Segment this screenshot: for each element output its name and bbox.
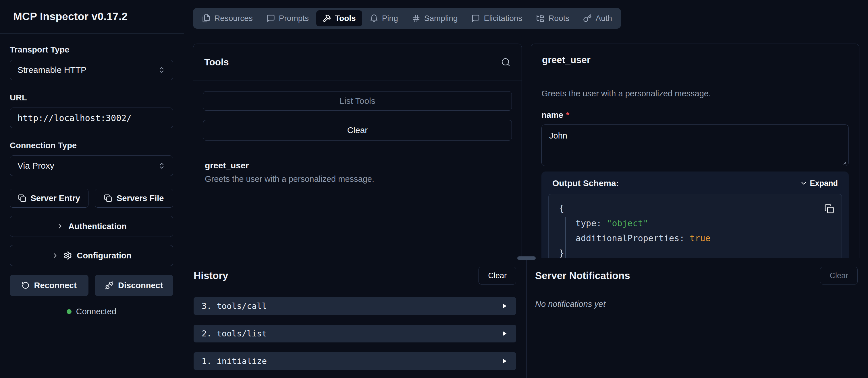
message-square-icon [471, 14, 480, 23]
connection-status: Connected [10, 307, 173, 316]
tab-tools[interactable]: Tools [316, 10, 362, 26]
servers-file-label: Servers File [117, 194, 164, 203]
tools-panel-body: List Tools Clear greet_user Greets the u… [193, 81, 522, 184]
chevrons-up-down-icon [158, 162, 165, 170]
expand-toggle[interactable]: Expand [800, 179, 838, 188]
gear-icon [63, 251, 72, 260]
connection-type-label: Connection Type [10, 141, 173, 150]
reconnect-button[interactable]: Reconnect [10, 275, 89, 296]
bottom-panes: History Clear 3. tools/call 2. tools/lis… [184, 258, 868, 378]
configuration-label: Configuration [77, 251, 131, 261]
server-notifications-title: Server Notifications [535, 270, 630, 281]
required-marker: * [566, 110, 569, 120]
app-title: MCP Inspector v0.17.2 [13, 11, 127, 23]
server-entry-button[interactable]: Server Entry [10, 189, 89, 208]
servers-file-button[interactable]: Servers File [95, 189, 174, 208]
reconnect-label: Reconnect [34, 281, 77, 290]
rotate-ccw-icon [22, 281, 30, 289]
tab-resources[interactable]: Resources [195, 10, 259, 26]
tool-list-item[interactable]: greet_user Greets the user with a person… [203, 161, 512, 184]
url-label: URL [10, 93, 173, 102]
files-icon [202, 14, 211, 23]
url-input[interactable] [10, 108, 173, 128]
expand-arrow-icon [501, 357, 508, 365]
authentication-toggle[interactable]: Authentication [10, 216, 173, 237]
status-text: Connected [76, 307, 116, 316]
code-line: type: "object" [549, 216, 842, 231]
status-dot-icon [67, 309, 71, 314]
unplug-icon [105, 281, 114, 290]
code-line: additionalProperties: true [549, 231, 842, 246]
folder-tree-icon [536, 14, 545, 23]
detail-panel-body: Greets the user with a personalized mess… [531, 76, 859, 258]
code-line: } [549, 246, 842, 258]
tool-name: greet_user [205, 161, 510, 170]
copy-icon [104, 194, 112, 202]
field-label-row: name * [541, 110, 849, 120]
field-label: name [541, 110, 563, 120]
transport-type-value: Streamable HTTP [18, 65, 87, 75]
tools-panel-title: Tools [204, 57, 229, 68]
tab-ping[interactable]: Ping [363, 10, 404, 26]
server-notifications-pane: Server Notifications Clear No notificati… [526, 258, 868, 378]
sidebar: MCP Inspector v0.17.2 Transport Type Str… [0, 0, 184, 378]
name-field[interactable] [541, 125, 849, 166]
clear-notifications-button[interactable]: Clear [820, 267, 858, 284]
disconnect-label: Disconnect [118, 281, 163, 290]
authentication-label: Authentication [68, 222, 127, 231]
code-line: { [549, 201, 842, 216]
clear-history-button[interactable]: Clear [478, 267, 516, 284]
key-icon [583, 14, 592, 23]
resize-grip-icon[interactable] [839, 158, 846, 165]
disconnect-button[interactable]: Disconnect [95, 275, 174, 296]
history-list: 3. tools/call 2. tools/list 1. initializ… [194, 297, 516, 370]
tab-bar: Resources Prompts Tools Ping Sampling El… [193, 8, 621, 29]
sidebar-header: MCP Inspector v0.17.2 [0, 0, 184, 34]
transport-type-select[interactable]: Streamable HTTP [10, 60, 173, 80]
history-title: History [194, 270, 228, 281]
output-schema-header: Output Schema: Expand [548, 178, 842, 188]
main-area: Resources Prompts Tools Ping Sampling El… [184, 0, 868, 258]
transport-type-label: Transport Type [10, 45, 173, 55]
tab-sampling[interactable]: Sampling [406, 10, 464, 26]
bell-icon [370, 14, 378, 23]
tool-detail-panel: greet_user Greets the user with a person… [531, 44, 859, 258]
expand-label: Expand [810, 179, 838, 188]
server-entry-label: Server Entry [31, 194, 81, 203]
chevron-down-icon [800, 179, 807, 187]
tool-description: Greets the user with a personalized mess… [205, 174, 510, 184]
chevron-right-icon [56, 222, 64, 230]
indent-guide [565, 217, 566, 258]
history-item[interactable]: 2. tools/list [194, 325, 516, 342]
connection-type-value: Via Proxy [18, 161, 54, 171]
tools-panel: Tools List Tools Clear greet_user Greets… [193, 44, 522, 258]
detail-panel-header: greet_user [531, 44, 859, 76]
message-square-icon [267, 14, 275, 23]
expand-arrow-icon [501, 330, 508, 337]
output-schema-title: Output Schema: [552, 178, 619, 188]
notifications-empty-message: No notifications yet [535, 300, 858, 309]
tab-elicitations[interactable]: Elicitations [465, 10, 528, 26]
tab-roots[interactable]: Roots [530, 10, 576, 26]
tab-auth[interactable]: Auth [577, 10, 618, 26]
chevrons-up-down-icon [158, 66, 165, 74]
search-icon[interactable] [501, 57, 511, 67]
history-item[interactable]: 3. tools/call [194, 297, 516, 315]
hammer-icon [322, 14, 331, 23]
copy-icon[interactable] [824, 204, 834, 214]
expand-arrow-icon [501, 302, 508, 310]
connection-type-select[interactable]: Via Proxy [10, 156, 173, 176]
sidebar-body: Transport Type Streamable HTTP URL Conne… [0, 34, 184, 316]
chevron-right-icon [52, 252, 59, 259]
history-item[interactable]: 1. initialize [194, 352, 516, 370]
history-pane: History Clear 3. tools/call 2. tools/lis… [184, 258, 526, 378]
output-schema-panel: Output Schema: Expand { type: "object" [541, 172, 849, 258]
detail-panel-title: greet_user [542, 55, 591, 65]
tab-prompts[interactable]: Prompts [260, 10, 315, 26]
tools-panel-header: Tools [193, 44, 522, 81]
pane-resize-handle[interactable] [517, 256, 536, 260]
configuration-toggle[interactable]: Configuration [10, 245, 173, 266]
list-tools-button[interactable]: List Tools [203, 91, 512, 111]
copy-icon [18, 194, 26, 202]
clear-tools-button[interactable]: Clear [203, 120, 512, 141]
